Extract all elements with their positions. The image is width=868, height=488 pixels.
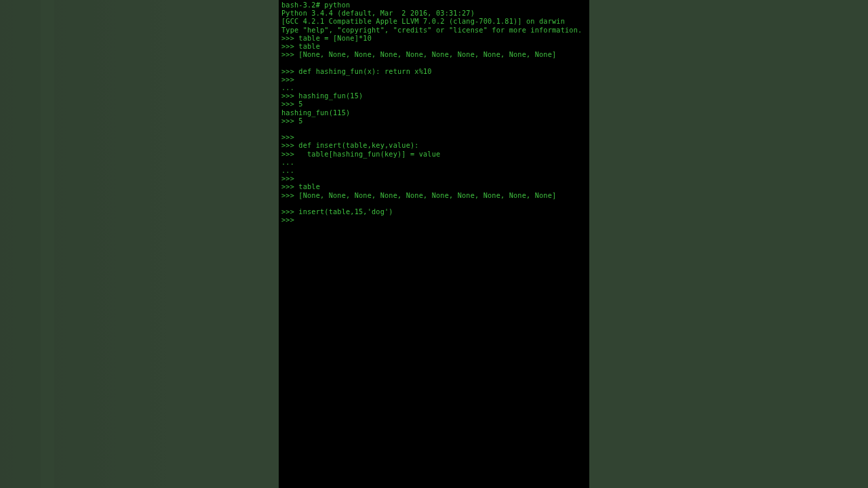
background-right (589, 0, 868, 488)
terminal-output: bash-3.2# python Python 3.4.4 (default, … (281, 1, 587, 224)
terminal-window[interactable]: bash-3.2# python Python 3.4.4 (default, … (279, 0, 589, 488)
background-left (0, 0, 279, 488)
